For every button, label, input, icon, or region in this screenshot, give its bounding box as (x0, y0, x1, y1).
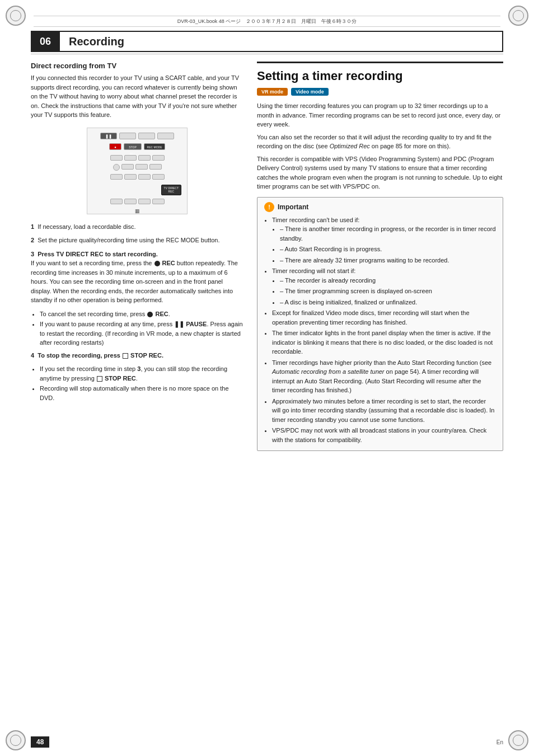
timer-para-2: You can also set the recorder so that it… (257, 133, 503, 151)
btn-sm-1 (110, 155, 123, 161)
corner-decoration-tl (6, 6, 26, 26)
btn-sm-10 (124, 174, 137, 180)
timer-para-1: Using the timer recording features you c… (257, 101, 503, 129)
step-4-bullet-2: Recording will stop automatically when t… (40, 384, 243, 402)
stop-square-icon (123, 353, 128, 359)
step-3: 3 Press TV DIRECT REC to start recording… (31, 250, 243, 305)
btn-sm-14 (124, 199, 137, 204)
pause-button-remote: ❚❚ (100, 133, 117, 139)
important-sub-2: The recorder is already recording The ti… (280, 276, 496, 307)
stop-sq-icon-2 (97, 376, 102, 382)
left-column: Direct recording from TV If you connecte… (31, 62, 243, 722)
important-item-1: Timer recording can't be used if: There … (272, 215, 496, 265)
main-content: Direct recording from TV If you connecte… (31, 62, 503, 722)
important-item-2: Timer recording will not start if: The r… (272, 266, 496, 307)
step-4-bullets: If you set the recording time in step 3,… (40, 364, 243, 402)
step-3-bullet-2: If you want to pause recording at any ti… (40, 320, 243, 348)
header-divider (31, 54, 503, 54)
rec-button-remote: ● (109, 143, 121, 150)
btn-sm-13 (110, 199, 123, 204)
step-1: 1 If necessary, load a recordable disc. (31, 222, 243, 232)
remote-image: ❚❚ ● STOPREC REC MODE (87, 128, 188, 214)
remote-small-row-4 (93, 199, 181, 204)
rec-mode-button-remote: REC MODE (144, 143, 165, 150)
important-item-5: Timer recordings have higher priority th… (272, 358, 496, 395)
important-box: ! Important Timer recording can't be use… (257, 197, 503, 452)
meta-bar: DVR-03_UK.book 48 ページ ２００３年７月２８日 月曜日 午後６… (34, 16, 500, 27)
remote-small-row-1 (93, 155, 181, 161)
corner-decoration-br (508, 730, 528, 750)
blank-btn-3 (157, 133, 174, 139)
important-title: ! Important (264, 202, 496, 212)
btn-sm-12 (152, 174, 165, 180)
tv-direct-rec-button: TV DIRECTREC (161, 185, 181, 195)
step-4: 4 To stop the recording, press STOP REC. (31, 351, 243, 360)
rec-circle-icon (154, 261, 160, 266)
header-bar: 06 Recording (31, 31, 503, 52)
remote-rec-row: ● STOPREC REC MODE (93, 143, 181, 150)
chapter-number: 06 (31, 31, 60, 52)
sd-icon: ▦ (135, 208, 140, 214)
warning-icon: ! (264, 202, 274, 212)
corner-decoration-bl (6, 730, 26, 750)
right-column: Setting a timer recording VR mode Video … (257, 62, 503, 722)
direct-recording-intro: If you connected this recorder to your T… (31, 73, 243, 120)
page: DVR-03_UK.book 48 ページ ２００３年７月２８日 月曜日 午後６… (0, 0, 534, 756)
direct-recording-title: Direct recording from TV (31, 62, 243, 70)
blank-btn-2 (138, 133, 155, 139)
btn-sm-2 (124, 155, 137, 161)
btn-sm-6 (121, 164, 134, 170)
btn-sm-7 (135, 164, 148, 170)
btn-sm-5 (113, 164, 120, 171)
step-2: 2 Set the picture quality/recording time… (31, 236, 243, 245)
btn-sm-4 (152, 155, 165, 161)
page-number: 48 (31, 736, 49, 748)
timer-para-3: This recorder is compatible with VPS (Vi… (257, 154, 503, 191)
mode-badges: VR mode Video mode (257, 88, 503, 96)
important-list: Timer recording can't be used if: There … (272, 215, 496, 445)
remote-pause-row: ❚❚ (93, 133, 181, 139)
header-title-box: Recording (60, 31, 503, 52)
video-mode-badge: Video mode (291, 88, 329, 96)
btn-sm-8 (149, 164, 162, 170)
rec-icon-bullet (147, 312, 153, 317)
step-4-bullet-1: If you set the recording time in step 3,… (40, 364, 243, 383)
remote-illustration: ❚❚ ● STOPREC REC MODE (31, 128, 243, 214)
step-3-bullet-1: To cancel the set recording time, press … (40, 309, 243, 319)
page-lang: En (496, 739, 503, 745)
tv-direct-rec-area: TV DIRECTREC (93, 184, 181, 195)
page-title: Recording (69, 35, 124, 48)
btn-sm-15 (138, 199, 151, 204)
important-item-7: VPS/PDC may not work with all broadcast … (272, 426, 496, 444)
stop-rec-button-remote: STOPREC (124, 143, 142, 150)
timer-recording-title: Setting a timer recording (257, 69, 503, 83)
btn-sm-16 (152, 199, 165, 204)
important-sub-1: There is another timer recording in prog… (280, 224, 496, 265)
btn-sm-3 (138, 155, 151, 161)
corner-decoration-tr (508, 6, 528, 26)
step-3-body: If you want to set a recording time, pre… (31, 260, 238, 303)
vr-mode-badge: VR mode (257, 88, 288, 96)
blank-btn-1 (119, 133, 136, 139)
step-3-bullets: To cancel the set recording time, press … (40, 309, 243, 348)
important-item-3: Except for finalized Video mode discs, t… (272, 308, 496, 327)
remote-small-row-3 (93, 174, 181, 180)
important-item-4: The timer indicator lights in the front … (272, 328, 496, 356)
btn-sm-11 (138, 174, 151, 180)
remote-small-row-2 (93, 164, 181, 171)
btn-sm-9 (110, 174, 123, 180)
important-item-6: Approximately two minutes before a timer… (272, 397, 496, 425)
page-number-bar: 48 En (31, 736, 503, 748)
